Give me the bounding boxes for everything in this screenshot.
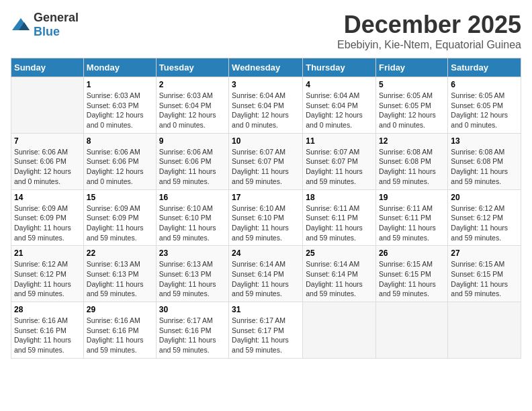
day-info: Sunrise: 6:05 AM Sunset: 6:05 PM Dayligh…: [451, 91, 518, 130]
sunset-text: Sunset: 6:07 PM: [232, 157, 284, 165]
daylight-text: Daylight: 11 hours and 59 minutes.: [451, 280, 508, 298]
day-info: Sunrise: 6:07 AM Sunset: 6:07 PM Dayligh…: [232, 147, 300, 187]
day-info: Sunrise: 6:08 AM Sunset: 6:08 PM Dayligh…: [379, 147, 445, 187]
sunrise-text: Sunrise: 6:08 AM: [379, 148, 433, 156]
calendar-cell: 30 Sunrise: 6:17 AM Sunset: 6:16 PM Dayl…: [156, 302, 228, 359]
weekday-header-thursday: Thursday: [303, 58, 376, 77]
weekday-header-friday: Friday: [376, 58, 448, 77]
day-info: Sunrise: 6:04 AM Sunset: 6:04 PM Dayligh…: [306, 91, 373, 130]
sunset-text: Sunset: 6:09 PM: [14, 214, 66, 222]
day-info: Sunrise: 6:06 AM Sunset: 6:06 PM Dayligh…: [87, 147, 153, 187]
day-number: 30: [159, 305, 226, 314]
daylight-text: Daylight: 11 hours and 59 minutes.: [306, 224, 363, 242]
weekday-header-wednesday: Wednesday: [229, 58, 303, 77]
day-number: 22: [87, 248, 153, 258]
calendar-cell: 22 Sunrise: 6:13 AM Sunset: 6:13 PM Dayl…: [83, 246, 156, 302]
sunrise-text: Sunrise: 6:04 AM: [232, 91, 285, 99]
sunset-text: Sunset: 6:14 PM: [232, 270, 284, 278]
sunrise-text: Sunrise: 6:09 AM: [14, 204, 68, 212]
daylight-text: Daylight: 12 hours and 0 minutes.: [306, 111, 363, 129]
day-info: Sunrise: 6:03 AM Sunset: 6:03 PM Dayligh…: [87, 91, 153, 130]
day-number: 14: [14, 193, 81, 202]
calendar-cell: 7 Sunrise: 6:06 AM Sunset: 6:06 PM Dayli…: [11, 133, 84, 189]
calendar-cell: 15 Sunrise: 6:09 AM Sunset: 6:09 PM Dayl…: [83, 189, 156, 246]
calendar-cell: 19 Sunrise: 6:11 AM Sunset: 6:11 PM Dayl…: [376, 189, 448, 246]
day-info: Sunrise: 6:06 AM Sunset: 6:06 PM Dayligh…: [14, 147, 81, 187]
calendar-week-row: 28 Sunrise: 6:16 AM Sunset: 6:16 PM Dayl…: [11, 302, 521, 359]
calendar-cell: 29 Sunrise: 6:16 AM Sunset: 6:16 PM Dayl…: [83, 302, 156, 359]
day-number: 26: [379, 248, 445, 258]
daylight-text: Daylight: 11 hours and 59 minutes.: [379, 167, 436, 185]
sunrise-text: Sunrise: 6:04 AM: [306, 91, 359, 99]
day-number: 15: [87, 193, 153, 202]
sunset-text: Sunset: 6:08 PM: [451, 157, 503, 165]
day-info: Sunrise: 6:10 AM Sunset: 6:10 PM Dayligh…: [159, 203, 226, 243]
daylight-text: Daylight: 12 hours and 0 minutes.: [159, 111, 216, 129]
calendar-week-row: 14 Sunrise: 6:09 AM Sunset: 6:09 PM Dayl…: [11, 189, 521, 246]
calendar-cell: 17 Sunrise: 6:10 AM Sunset: 6:10 PM Dayl…: [229, 189, 303, 246]
calendar-cell: 24 Sunrise: 6:14 AM Sunset: 6:14 PM Dayl…: [229, 246, 303, 302]
sunset-text: Sunset: 6:04 PM: [232, 101, 284, 109]
daylight-text: Daylight: 11 hours and 59 minutes.: [232, 336, 289, 354]
day-info: Sunrise: 6:15 AM Sunset: 6:15 PM Dayligh…: [379, 259, 445, 299]
day-info: Sunrise: 6:09 AM Sunset: 6:09 PM Dayligh…: [87, 203, 153, 243]
calendar-cell: 1 Sunrise: 6:03 AM Sunset: 6:03 PM Dayli…: [83, 77, 156, 134]
sunrise-text: Sunrise: 6:07 AM: [306, 148, 359, 156]
calendar-week-row: 7 Sunrise: 6:06 AM Sunset: 6:06 PM Dayli…: [11, 133, 521, 189]
day-number: 5: [379, 80, 445, 89]
calendar-cell: 2 Sunrise: 6:03 AM Sunset: 6:04 PM Dayli…: [156, 77, 228, 134]
logo-text-blue: Blue: [34, 25, 60, 38]
day-number: 10: [232, 136, 300, 146]
day-number: 17: [232, 193, 300, 202]
weekday-header-saturday: Saturday: [448, 58, 521, 77]
day-info: Sunrise: 6:10 AM Sunset: 6:10 PM Dayligh…: [232, 203, 300, 243]
daylight-text: Daylight: 11 hours and 59 minutes.: [159, 336, 216, 354]
sunset-text: Sunset: 6:04 PM: [159, 101, 212, 109]
sunrise-text: Sunrise: 6:07 AM: [232, 148, 285, 156]
sunrise-text: Sunrise: 6:10 AM: [232, 204, 285, 212]
day-number: 2: [159, 80, 226, 89]
calendar-cell: 12 Sunrise: 6:08 AM Sunset: 6:08 PM Dayl…: [376, 133, 448, 189]
weekday-header-row: SundayMondayTuesdayWednesdayThursdayFrid…: [11, 58, 521, 77]
day-number: 23: [159, 248, 226, 258]
daylight-text: Daylight: 11 hours and 59 minutes.: [379, 224, 436, 242]
day-number: 7: [14, 136, 81, 146]
sunrise-text: Sunrise: 6:06 AM: [14, 148, 68, 156]
day-info: Sunrise: 6:14 AM Sunset: 6:14 PM Dayligh…: [232, 259, 300, 299]
day-number: 20: [451, 193, 518, 202]
day-number: 13: [451, 136, 518, 146]
day-info: Sunrise: 6:07 AM Sunset: 6:07 PM Dayligh…: [306, 147, 373, 187]
daylight-text: Daylight: 11 hours and 59 minutes.: [379, 280, 436, 298]
calendar-cell: 28 Sunrise: 6:16 AM Sunset: 6:16 PM Dayl…: [11, 302, 84, 359]
day-number: 31: [232, 305, 300, 314]
logo: General Blue: [11, 11, 79, 39]
sunrise-text: Sunrise: 6:05 AM: [451, 91, 504, 99]
sunset-text: Sunset: 6:05 PM: [379, 101, 431, 109]
daylight-text: Daylight: 11 hours and 59 minutes.: [87, 336, 144, 354]
day-number: 18: [306, 193, 373, 202]
day-info: Sunrise: 6:16 AM Sunset: 6:16 PM Dayligh…: [87, 316, 153, 355]
sunrise-text: Sunrise: 6:06 AM: [87, 148, 140, 156]
calendar-cell: [303, 302, 376, 359]
calendar-cell: 27 Sunrise: 6:15 AM Sunset: 6:15 PM Dayl…: [448, 246, 521, 302]
sunset-text: Sunset: 6:16 PM: [87, 326, 139, 334]
sunrise-text: Sunrise: 6:03 AM: [159, 91, 213, 99]
daylight-text: Daylight: 11 hours and 59 minutes.: [14, 280, 71, 298]
day-info: Sunrise: 6:04 AM Sunset: 6:04 PM Dayligh…: [232, 91, 300, 130]
sunset-text: Sunset: 6:06 PM: [87, 157, 139, 165]
sunrise-text: Sunrise: 6:12 AM: [14, 260, 68, 268]
sunrise-text: Sunrise: 6:13 AM: [87, 260, 140, 268]
calendar-cell: 4 Sunrise: 6:04 AM Sunset: 6:04 PM Dayli…: [303, 77, 376, 134]
calendar-cell: 26 Sunrise: 6:15 AM Sunset: 6:15 PM Dayl…: [376, 246, 448, 302]
weekday-header-monday: Monday: [83, 58, 156, 77]
day-info: Sunrise: 6:13 AM Sunset: 6:13 PM Dayligh…: [87, 259, 153, 299]
daylight-text: Daylight: 12 hours and 0 minutes.: [14, 167, 71, 185]
sunset-text: Sunset: 6:13 PM: [87, 270, 139, 278]
calendar-cell: 14 Sunrise: 6:09 AM Sunset: 6:09 PM Dayl…: [11, 189, 84, 246]
sunrise-text: Sunrise: 6:05 AM: [379, 91, 433, 99]
sunset-text: Sunset: 6:15 PM: [451, 270, 503, 278]
sunset-text: Sunset: 6:17 PM: [232, 326, 284, 334]
daylight-text: Daylight: 11 hours and 59 minutes.: [232, 167, 289, 185]
day-number: 6: [451, 80, 518, 89]
sunset-text: Sunset: 6:11 PM: [379, 214, 431, 222]
